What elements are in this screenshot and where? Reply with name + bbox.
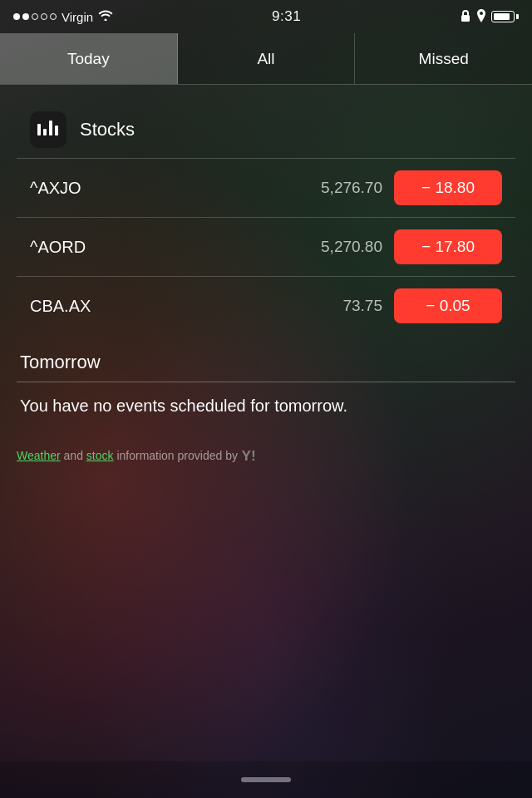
signal-dot-1	[13, 13, 20, 20]
stock-change-aord: − 17.80	[394, 229, 502, 264]
tab-all[interactable]: All	[178, 33, 356, 84]
weather-link[interactable]: Weather	[17, 449, 61, 462]
signal-dot-5	[50, 13, 57, 20]
tab-today[interactable]: Today	[0, 33, 178, 84]
bottom-handle-bar[interactable]	[0, 761, 532, 798]
stock-row-aord: ^AORD 5,270.80 − 17.80	[17, 217, 515, 276]
footer: Weather and stock information provided b…	[0, 434, 532, 474]
svg-rect-3	[49, 121, 52, 135]
footer-middle-text: and	[64, 449, 86, 462]
handle-bar-indicator	[241, 777, 291, 782]
signal-dot-2	[22, 13, 29, 20]
battery-body	[491, 11, 515, 22]
signal-dot-4	[41, 13, 47, 20]
status-bar: Virgin 9:31	[0, 0, 532, 33]
carrier-label: Virgin	[62, 10, 93, 24]
time-display: 9:31	[272, 8, 301, 25]
stock-change-cba: − 0.05	[394, 288, 502, 323]
stock-change-axjo: − 18.80	[394, 170, 502, 205]
signal-dots	[13, 13, 57, 20]
svg-rect-1	[37, 124, 41, 135]
stock-price-axjo: 5,276.70	[299, 179, 382, 197]
stocks-app-icon	[30, 111, 66, 148]
no-events-text: You have no events scheduled for tomorro…	[17, 394, 515, 417]
stock-symbol-aord: ^AORD	[30, 238, 299, 257]
battery-fill	[494, 13, 510, 20]
yahoo-logo: Y!	[241, 446, 263, 465]
battery-tip	[516, 14, 519, 19]
content-area: Stocks ^AXJO 5,276.70 − 18.80 ^AORD 5,27…	[0, 85, 532, 761]
wifi-icon	[98, 9, 113, 24]
location-icon	[476, 9, 486, 25]
tab-bar: Today All Missed	[0, 33, 532, 85]
signal-dot-3	[32, 13, 38, 20]
tab-missed[interactable]: Missed	[355, 33, 532, 84]
tomorrow-section: Tomorrow You have no events scheduled fo…	[17, 352, 515, 417]
stocks-widget-header: Stocks	[17, 101, 515, 158]
stock-link[interactable]: stock	[86, 449, 114, 462]
status-left: Virgin	[13, 9, 113, 24]
stock-price-cba: 73.75	[299, 297, 382, 315]
stock-symbol-axjo: ^AXJO	[30, 179, 299, 198]
stock-row-cba: CBA.AX 73.75 − 0.05	[17, 276, 515, 335]
stock-price-aord: 5,270.80	[299, 238, 382, 256]
battery-indicator	[491, 11, 519, 22]
stock-symbol-cba: CBA.AX	[30, 297, 299, 316]
svg-rect-2	[43, 129, 47, 135]
svg-rect-0	[461, 15, 470, 22]
stocks-title: Stocks	[80, 119, 135, 140]
lock-icon	[460, 9, 471, 25]
tomorrow-divider	[17, 382, 515, 382]
tomorrow-title: Tomorrow	[17, 352, 515, 373]
status-right	[460, 9, 519, 25]
stock-row-axjo: ^AXJO 5,276.70 − 18.80	[17, 158, 515, 217]
svg-rect-4	[55, 126, 58, 135]
stocks-widget: Stocks ^AXJO 5,276.70 − 18.80 ^AORD 5,27…	[17, 101, 515, 335]
footer-suffix: information provided by	[116, 449, 240, 462]
svg-text:Y!: Y!	[241, 447, 255, 464]
